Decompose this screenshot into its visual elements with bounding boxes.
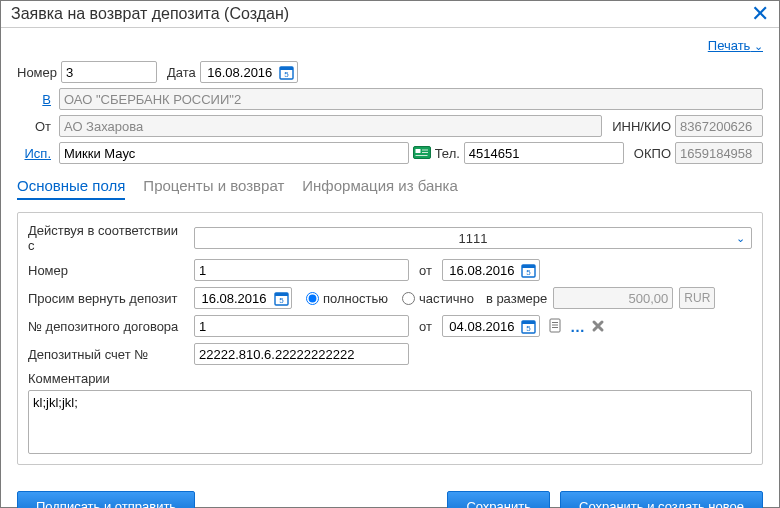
print-link[interactable]: Печать ⌄ xyxy=(708,38,763,53)
amount-label: в размере xyxy=(486,291,547,306)
doc-number-label: Номер xyxy=(28,263,188,278)
return-label: Просим вернуть депозит xyxy=(28,291,188,306)
acting-value: 1111 xyxy=(459,231,488,246)
ot-label-2: от xyxy=(419,319,432,334)
radio-partial-label: частично xyxy=(419,291,474,306)
radio-partial-input[interactable] xyxy=(402,292,415,305)
isp-label-link[interactable]: Исп. xyxy=(17,146,55,161)
contract-date-input[interactable] xyxy=(443,319,521,334)
return-date-input[interactable] xyxy=(195,291,273,306)
svg-rect-7 xyxy=(415,155,427,156)
radio-fully[interactable]: полностью xyxy=(306,291,388,306)
date-label: Дата xyxy=(167,65,196,80)
save-button[interactable]: Сохранить xyxy=(447,491,550,508)
from-input xyxy=(59,115,602,137)
tab-bank-info[interactable]: Информация из банка xyxy=(302,177,458,200)
acting-label: Действуя в соответствии с xyxy=(28,223,188,253)
svg-text:5: 5 xyxy=(527,268,532,277)
tel-label: Тел. xyxy=(435,146,460,161)
svg-rect-20 xyxy=(552,327,558,328)
svg-text:5: 5 xyxy=(285,70,290,79)
currency-badge: RUR xyxy=(679,287,715,309)
contract-number-input[interactable] xyxy=(194,315,409,337)
okpo-label: ОКПО xyxy=(634,146,671,161)
svg-text:5: 5 xyxy=(527,324,532,333)
doc-number-date-input[interactable] xyxy=(443,263,521,278)
contract-label: № депозитного договора xyxy=(28,319,188,334)
chevron-down-icon: ⌄ xyxy=(754,40,763,52)
svg-rect-6 xyxy=(422,152,428,153)
svg-text:5: 5 xyxy=(279,296,284,305)
ellipsis-icon[interactable]: … xyxy=(570,318,585,335)
comments-textarea[interactable] xyxy=(28,390,752,454)
card-icon[interactable] xyxy=(413,146,431,160)
inn-input xyxy=(675,115,763,137)
tab-interest[interactable]: Проценты и возврат xyxy=(143,177,284,200)
radio-fully-input[interactable] xyxy=(306,292,319,305)
account-input[interactable] xyxy=(194,343,409,365)
calendar-icon[interactable]: 5 xyxy=(521,262,537,278)
doc-number-input[interactable] xyxy=(194,259,409,281)
chevron-down-icon: ⌄ xyxy=(736,232,745,245)
ot-label: от xyxy=(419,263,432,278)
clear-icon[interactable] xyxy=(591,319,605,333)
svg-rect-18 xyxy=(552,322,558,323)
acting-select[interactable]: 1111 ⌄ xyxy=(194,227,752,249)
from-label: От xyxy=(17,119,55,134)
calendar-icon[interactable]: 5 xyxy=(521,318,537,334)
radio-fully-label: полностью xyxy=(323,291,388,306)
date-input[interactable] xyxy=(201,65,279,80)
tab-main[interactable]: Основные поля xyxy=(17,177,125,200)
sign-send-button[interactable]: Подписать и отправить xyxy=(17,491,195,508)
close-icon[interactable]: ✕ xyxy=(751,1,769,27)
svg-rect-5 xyxy=(422,150,428,151)
document-lookup-icon[interactable] xyxy=(548,318,564,334)
amount-input xyxy=(553,287,673,309)
save-new-button[interactable]: Сохранить и создать новое xyxy=(560,491,763,508)
bank-label-link[interactable]: В xyxy=(17,92,55,107)
svg-rect-4 xyxy=(415,149,420,153)
calendar-icon[interactable]: 5 xyxy=(279,64,295,80)
okpo-input xyxy=(675,142,763,164)
isp-input[interactable] xyxy=(59,142,409,164)
calendar-icon[interactable]: 5 xyxy=(273,290,289,306)
comments-label: Комментарии xyxy=(28,371,110,386)
tel-input[interactable] xyxy=(464,142,624,164)
svg-rect-19 xyxy=(552,325,558,326)
radio-partial[interactable]: частично xyxy=(402,291,474,306)
number-input[interactable] xyxy=(61,61,157,83)
account-label: Депозитный счет № xyxy=(28,347,188,362)
bank-input xyxy=(59,88,763,110)
number-label: Номер xyxy=(17,65,57,80)
inn-label: ИНН/КИО xyxy=(612,119,671,134)
dialog-title: Заявка на возврат депозита (Создан) xyxy=(11,5,751,23)
